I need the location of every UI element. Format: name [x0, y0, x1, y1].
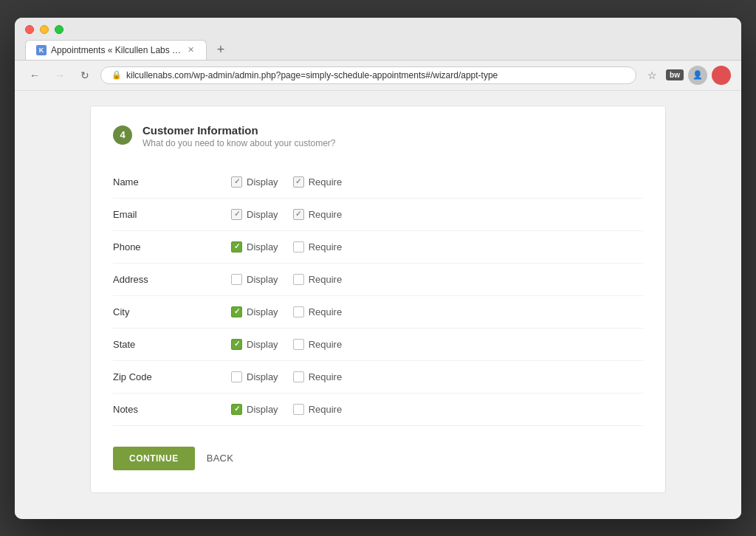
browser-titlebar: K Appointments « Kilcullen Labs … ✕ +: [15, 18, 741, 61]
field-controls-0: DisplayRequire: [231, 176, 342, 188]
require-checkbox-2[interactable]: [293, 241, 304, 252]
page-content: 4 Customer Information What do you need …: [15, 91, 741, 519]
field-row-name: NameDisplayRequire: [113, 166, 643, 199]
field-label-3: Address: [113, 274, 231, 285]
step-info: Customer Information What do you need to…: [142, 124, 336, 148]
display-group-2: Display: [231, 241, 278, 252]
minimize-button[interactable]: [40, 25, 49, 34]
nav-bar: ← → ↻ 🔒 kilcullenabs.com/wp-admin/admin.…: [15, 61, 741, 91]
field-label-1: Email: [113, 209, 231, 220]
bookmark-button[interactable]: ☆: [642, 66, 662, 85]
require-checkbox-4[interactable]: [293, 306, 304, 317]
field-controls-7: DisplayRequire: [231, 404, 342, 415]
display-group-5: Display: [231, 339, 278, 350]
display-label-6: Display: [247, 371, 278, 382]
display-label-5: Display: [247, 339, 278, 350]
fields-container: NameDisplayRequireEmailDisplayRequirePho…: [113, 166, 643, 426]
require-label-6: Require: [309, 371, 343, 382]
display-checkbox-7[interactable]: [231, 404, 242, 415]
tabs-bar: K Appointments « Kilcullen Labs … ✕ +: [25, 40, 731, 60]
display-label-4: Display: [247, 306, 278, 317]
lock-icon: 🔒: [111, 70, 122, 80]
require-checkbox-0[interactable]: [293, 176, 304, 188]
field-controls-2: DisplayRequire: [231, 241, 342, 252]
display-checkbox-5[interactable]: [231, 339, 242, 350]
require-label-3: Require: [309, 274, 343, 285]
display-checkbox-1[interactable]: [231, 209, 242, 220]
field-controls-6: DisplayRequire: [231, 371, 342, 382]
display-group-6: Display: [231, 371, 278, 382]
browser-window: K Appointments « Kilcullen Labs … ✕ + ← …: [15, 18, 741, 519]
step-badge: 4: [113, 126, 132, 145]
field-label-5: State: [113, 339, 231, 350]
display-label-1: Display: [247, 209, 278, 220]
field-row-phone: PhoneDisplayRequire: [113, 231, 643, 264]
require-checkbox-7[interactable]: [293, 404, 304, 415]
require-group-5: Require: [293, 339, 343, 350]
back-nav-button[interactable]: ←: [25, 66, 44, 85]
display-group-7: Display: [231, 404, 278, 415]
section-subtitle: What do you need to know about your cust…: [142, 138, 336, 148]
field-row-city: CityDisplayRequire: [113, 296, 643, 329]
require-checkbox-5[interactable]: [293, 339, 304, 350]
require-group-6: Require: [293, 371, 343, 382]
require-group-1: Require: [293, 209, 343, 220]
field-label-0: Name: [113, 176, 231, 188]
tab-close-button[interactable]: ✕: [185, 45, 196, 55]
require-label-2: Require: [309, 241, 343, 252]
address-bar[interactable]: 🔒 kilcullenabs.com/wp-admin/admin.php?pa…: [100, 66, 636, 84]
field-row-notes: NotesDisplayRequire: [113, 394, 643, 426]
display-group-1: Display: [231, 209, 278, 220]
require-group-3: Require: [293, 274, 343, 285]
active-tab[interactable]: K Appointments « Kilcullen Labs … ✕: [25, 40, 207, 60]
require-group-4: Require: [293, 306, 343, 317]
require-group-7: Require: [293, 404, 343, 415]
require-label-1: Require: [309, 209, 343, 220]
new-tab-button[interactable]: +: [211, 41, 230, 60]
field-label-6: Zip Code: [113, 371, 231, 382]
section-title: Customer Information: [142, 124, 336, 137]
browser-controls: [25, 25, 731, 34]
step-header: 4 Customer Information What do you need …: [113, 124, 643, 148]
require-checkbox-1[interactable]: [293, 209, 304, 220]
tab-title: Appointments « Kilcullen Labs …: [51, 45, 181, 55]
wizard-card: 4 Customer Information What do you need …: [90, 106, 666, 493]
display-label-2: Display: [247, 241, 278, 252]
require-group-0: Require: [293, 176, 343, 188]
display-checkbox-0[interactable]: [231, 176, 242, 188]
forward-nav-button[interactable]: →: [50, 66, 69, 85]
button-row: CONTINUE BACK: [113, 447, 643, 470]
display-group-0: Display: [231, 176, 278, 188]
profile-avatar[interactable]: [712, 66, 731, 85]
field-row-email: EmailDisplayRequire: [113, 199, 643, 231]
continue-button[interactable]: CONTINUE: [113, 447, 195, 470]
maximize-button[interactable]: [55, 25, 63, 34]
display-checkbox-2[interactable]: [231, 241, 242, 252]
field-controls-5: DisplayRequire: [231, 339, 342, 350]
reload-button[interactable]: ↻: [75, 66, 94, 85]
display-label-3: Display: [247, 274, 278, 285]
url-text: kilcullenabs.com/wp-admin/admin.php?page…: [126, 70, 498, 80]
require-checkbox-3[interactable]: [293, 274, 304, 285]
display-checkbox-3[interactable]: [231, 274, 242, 285]
require-label-5: Require: [309, 339, 343, 350]
field-label-7: Notes: [113, 404, 231, 415]
require-checkbox-6[interactable]: [293, 371, 304, 382]
display-checkbox-4[interactable]: [231, 306, 242, 317]
field-controls-4: DisplayRequire: [231, 306, 342, 317]
display-group-4: Display: [231, 306, 278, 317]
field-row-zip-code: Zip CodeDisplayRequire: [113, 361, 643, 394]
display-label-0: Display: [247, 176, 278, 188]
field-row-address: AddressDisplayRequire: [113, 264, 643, 296]
field-label-4: City: [113, 306, 231, 317]
field-controls-3: DisplayRequire: [231, 274, 342, 285]
field-label-2: Phone: [113, 241, 231, 252]
display-checkbox-6[interactable]: [231, 371, 242, 382]
user-avatar[interactable]: 👤: [688, 66, 707, 85]
field-controls-1: DisplayRequire: [231, 209, 342, 220]
require-label-7: Require: [309, 404, 343, 415]
close-button[interactable]: [25, 25, 34, 34]
back-button[interactable]: BACK: [207, 453, 234, 464]
tab-favicon: K: [36, 45, 47, 55]
display-label-7: Display: [247, 404, 278, 415]
